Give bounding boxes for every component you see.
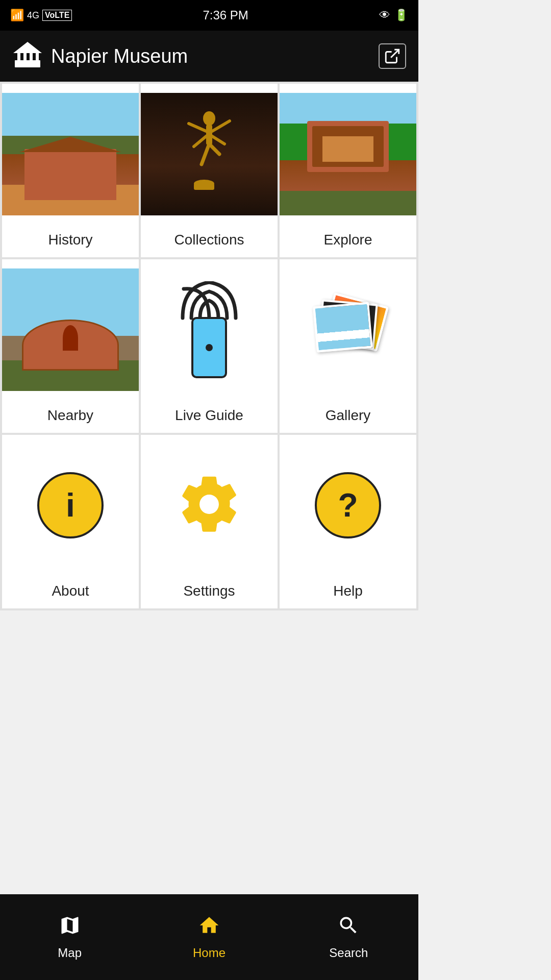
- explore-tile[interactable]: Explore: [280, 84, 416, 257]
- live-guide-label: Live Guide: [141, 400, 278, 433]
- svg-line-9: [189, 124, 206, 131]
- explore-label: Explore: [280, 225, 416, 257]
- svg-rect-3: [30, 53, 33, 60]
- status-bar: 📶 4G VoLTE 7:36 PM 👁 🔋: [0, 0, 418, 31]
- svg-rect-1: [17, 53, 20, 60]
- external-link-button[interactable]: [379, 43, 406, 69]
- museum-logo-icon: [12, 40, 43, 72]
- help-icon: ?: [315, 472, 381, 538]
- about-label: About: [2, 576, 139, 608]
- svg-marker-5: [13, 42, 42, 53]
- collections-tile[interactable]: Collections: [141, 84, 278, 257]
- svg-rect-8: [206, 125, 212, 145]
- help-tile[interactable]: ? Help: [280, 435, 416, 608]
- eye-icon: 👁: [379, 9, 390, 22]
- settings-label: Settings: [141, 576, 278, 608]
- svg-line-12: [212, 136, 224, 144]
- search-icon: [337, 914, 360, 942]
- map-icon: [59, 914, 81, 942]
- svg-rect-4: [36, 53, 39, 60]
- gallery-label: Gallery: [280, 400, 416, 433]
- svg-line-14: [209, 144, 219, 154]
- live-guide-icon: [173, 281, 245, 378]
- svg-line-11: [194, 136, 206, 146]
- history-tile[interactable]: History: [2, 84, 139, 257]
- collections-label: Collections: [141, 225, 278, 257]
- app-header: Napier Museum: [0, 31, 418, 82]
- nearby-label: Nearby: [2, 400, 139, 433]
- about-icon: i: [37, 472, 104, 538]
- live-guide-tile[interactable]: Live Guide: [141, 259, 278, 433]
- battery-icon: 🔋: [394, 9, 408, 22]
- nav-home[interactable]: Home: [173, 914, 245, 960]
- app-title: Napier Museum: [51, 45, 188, 67]
- status-icons: 👁 🔋: [379, 9, 408, 22]
- svg-rect-16: [194, 184, 214, 190]
- help-label: Help: [280, 576, 416, 608]
- about-tile[interactable]: i About: [2, 435, 139, 608]
- home-label: Home: [193, 946, 226, 960]
- map-label: Map: [58, 946, 82, 960]
- status-signal: 📶 4G VoLTE: [10, 9, 72, 22]
- nearby-tile[interactable]: Nearby: [2, 259, 139, 433]
- bottom-navigation: Map Home Search: [0, 894, 418, 980]
- svg-line-10: [212, 121, 230, 131]
- settings-tile[interactable]: Settings: [141, 435, 278, 608]
- gallery-tile[interactable]: Gallery: [280, 259, 416, 433]
- nav-map[interactable]: Map: [34, 914, 106, 960]
- home-icon: [198, 914, 220, 942]
- settings-gear-icon: [176, 471, 242, 540]
- history-label: History: [2, 225, 139, 257]
- main-grid: History: [0, 82, 418, 610]
- svg-point-7: [203, 111, 215, 126]
- gallery-icon: [312, 294, 384, 365]
- nav-search[interactable]: Search: [313, 914, 384, 960]
- search-label: Search: [329, 946, 368, 960]
- svg-line-6: [391, 50, 399, 58]
- svg-rect-0: [15, 60, 40, 67]
- svg-line-13: [202, 144, 209, 164]
- status-time: 7:36 PM: [203, 8, 248, 22]
- svg-rect-2: [23, 53, 27, 60]
